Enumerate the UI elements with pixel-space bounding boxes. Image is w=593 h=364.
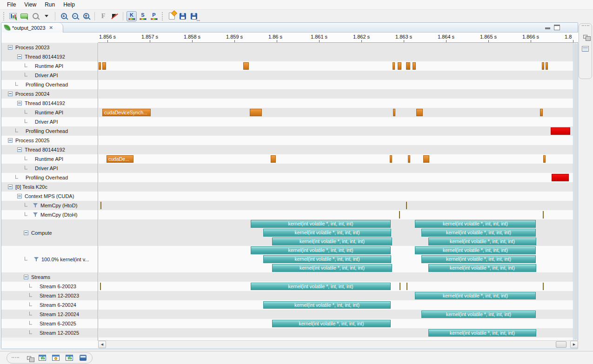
- runtime-api-bar[interactable]: [540, 109, 543, 116]
- tree-row-compute[interactable]: Compute: [1, 219, 98, 246]
- expander-icon[interactable]: [8, 138, 13, 143]
- tree-row-stream-12-20025[interactable]: Stream 12-20025: [1, 328, 98, 338]
- settings-view-icon[interactable]: [65, 353, 74, 363]
- zoom-in-button[interactable]: +: [59, 11, 69, 21]
- kernel-bar[interactable]: kernel(int volatile *, int, int, int): [415, 220, 536, 228]
- find-button[interactable]: [30, 11, 40, 21]
- profiling-overhead-bar[interactable]: [552, 174, 569, 181]
- tree-row-driver-api-20024[interactable]: Driver API: [1, 117, 98, 126]
- new-session-button[interactable]: [167, 11, 177, 21]
- timeline-ruler[interactable]: 1.856 s1.857 s1.858 s1.859 s1.86 s1.861 …: [98, 33, 578, 43]
- menu-item-view[interactable]: View: [20, 0, 40, 9]
- expander-icon[interactable]: [17, 101, 22, 106]
- scroll-left-arrow[interactable]: ◀: [98, 341, 106, 348]
- expander-icon[interactable]: [17, 54, 22, 59]
- tree-row-compute-kernel-100[interactable]: 100.0% kernel(int v...: [1, 246, 98, 272]
- minimize-icon[interactable]: [545, 27, 550, 29]
- tree-row-driver-api-20023[interactable]: Driver API: [1, 71, 98, 80]
- runtime-api-bar[interactable]: [546, 62, 548, 70]
- zoom-out-button[interactable]: −: [70, 11, 80, 21]
- memcpy-tick[interactable]: [543, 283, 544, 290]
- tree-row-stream-12-20024[interactable]: Stream 12-20024: [1, 310, 98, 319]
- runtime-api-bar[interactable]: [102, 62, 106, 70]
- runtime-api-bar[interactable]: [398, 62, 401, 70]
- tree-row-profiling-overhead-20024[interactable]: Profiling Overhead: [1, 126, 98, 136]
- tab-output-20023[interactable]: *output_20023 ✕: [1, 23, 63, 33]
- kernel-bar[interactable]: kernel(int volatile *, int, int, int): [421, 229, 536, 237]
- analysis-view-icon[interactable]: [38, 353, 47, 363]
- runtime-api-bar[interactable]: cudaDeviceSynch...: [102, 109, 151, 116]
- marker-button[interactable]: [109, 11, 120, 21]
- runtime-api-bar[interactable]: [543, 155, 546, 163]
- kernel-bar[interactable]: kernel(int volatile *, int, int, int): [272, 238, 392, 245]
- tree-row-thread-80144192-20023[interactable]: Thread 80144192: [1, 52, 98, 61]
- expander-icon[interactable]: [8, 92, 13, 96]
- tree-row-stream-12-20023[interactable]: Stream 12-20023: [1, 291, 98, 300]
- flag-range-button[interactable]: F: [98, 11, 108, 21]
- runtime-api-bar[interactable]: [250, 109, 262, 116]
- expander-icon[interactable]: [17, 194, 22, 199]
- kernel-bar[interactable]: kernel(int volatile *, int, int, int): [421, 311, 536, 318]
- zoom-fit-button[interactable]: ±: [81, 11, 91, 21]
- tree-row-process-20024[interactable]: Process 20024: [1, 89, 98, 99]
- save-all-button[interactable]: ...: [189, 11, 199, 21]
- kernel-bar[interactable]: kernel(int volatile *, int, int, int): [251, 220, 391, 228]
- analyze-button[interactable]: [8, 11, 18, 21]
- color-by-kernel-button[interactable]: K: [127, 11, 137, 21]
- tree-row-stream-6-20025[interactable]: Stream 6-20025: [1, 319, 98, 328]
- runtime-api-bar[interactable]: [390, 155, 392, 163]
- tree-row-memcpy-dtoh[interactable]: MemCpy (DtoH): [1, 210, 98, 219]
- kernel-bar[interactable]: kernel(int volatile *, int, int, int): [272, 320, 391, 327]
- tree-row-runtime-api-20025[interactable]: Runtime API: [1, 154, 98, 164]
- tree-row-driver-api-20025[interactable]: Driver API: [1, 164, 98, 173]
- runtime-api-bar[interactable]: [393, 62, 395, 70]
- tree-row-stream-6-20024[interactable]: Stream 6-20024: [1, 300, 98, 310]
- memcpy-tick[interactable]: [543, 211, 544, 218]
- kernel-bar[interactable]: kernel(int volatile *, int, int, int): [428, 329, 536, 337]
- tree-row-profiling-overhead-20023[interactable]: Profiling Overhead: [1, 80, 98, 89]
- menu-item-run[interactable]: Run: [40, 0, 59, 9]
- tree-row-profiling-overhead-20025[interactable]: Profiling Overhead: [1, 173, 98, 182]
- console-view-icon[interactable]: [78, 353, 87, 363]
- runtime-api-bar[interactable]: cudaDe...: [107, 155, 133, 163]
- expander-icon[interactable]: [24, 275, 28, 279]
- vertical-scrollbar-thumb[interactable]: [574, 43, 577, 340]
- tree-row-process-20025[interactable]: Process 20025: [1, 136, 98, 145]
- memcpy-tick[interactable]: [100, 283, 101, 290]
- expander-icon[interactable]: [17, 147, 22, 152]
- runtime-api-bar[interactable]: [542, 62, 544, 70]
- memcpy-tick[interactable]: [406, 283, 407, 290]
- memcpy-tick[interactable]: [399, 211, 400, 218]
- kernel-bar[interactable]: kernel(int volatile *, int, int, int): [263, 229, 391, 237]
- color-by-stream-button[interactable]: S: [138, 11, 148, 21]
- memcpy-tick[interactable]: [406, 202, 407, 209]
- tree-row-streams[interactable]: Streams: [1, 272, 98, 282]
- tree-row-stream-6-20023[interactable]: Stream 6-20023: [1, 282, 98, 291]
- runtime-api-bar[interactable]: [416, 109, 423, 116]
- runtime-api-bar[interactable]: [408, 62, 410, 70]
- expander-icon[interactable]: [8, 185, 13, 189]
- color-by-process-button[interactable]: P: [149, 11, 159, 21]
- kernel-bar[interactable]: kernel(int volatile *, int, int, int): [263, 255, 391, 263]
- restore-views-icon[interactable]: [24, 353, 33, 363]
- expander-icon[interactable]: [8, 45, 13, 50]
- runtime-api-bar[interactable]: [408, 155, 410, 163]
- horizontal-scrollbar-thumb[interactable]: [556, 341, 566, 348]
- maximize-icon[interactable]: [554, 25, 560, 30]
- tree-row-runtime-api-20024[interactable]: Runtime API: [1, 108, 98, 117]
- menu-item-help[interactable]: Help: [59, 0, 79, 9]
- expander-icon[interactable]: [24, 231, 28, 235]
- runtime-api-bar[interactable]: [243, 62, 249, 70]
- runtime-api-bar[interactable]: [423, 155, 429, 163]
- save-button[interactable]: [178, 11, 188, 21]
- profiling-overhead-bar[interactable]: [551, 127, 570, 135]
- details-view-icon[interactable]: [51, 353, 60, 363]
- kernel-bar[interactable]: kernel(int volatile *, int, int, int): [272, 264, 392, 272]
- strip-drag-handle[interactable]: [582, 25, 589, 27]
- segment-mode-button[interactable]: [19, 11, 29, 21]
- kernel-bar[interactable]: kernel(int volatile *, int, int, int): [251, 283, 391, 290]
- vertical-scrollbar[interactable]: [573, 43, 578, 341]
- kernel-bar[interactable]: kernel(int volatile *, int, int, int): [428, 264, 536, 272]
- tree-row-context-mps-cuda[interactable]: Context MPS (CUDA): [1, 192, 98, 201]
- tree-row-thread-80144192-20024[interactable]: Thread 80144192: [1, 99, 98, 108]
